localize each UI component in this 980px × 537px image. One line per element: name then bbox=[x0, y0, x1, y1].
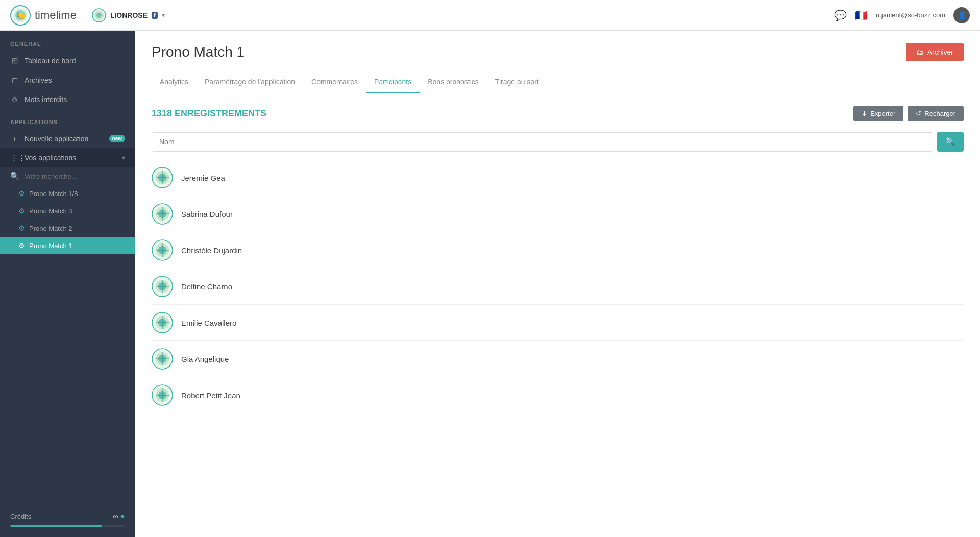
table-row: Jeremie Gea bbox=[152, 160, 964, 196]
tab-tirage-au-sort[interactable]: Tirage au sort bbox=[487, 71, 547, 93]
mots-icon: ☺ bbox=[10, 95, 19, 104]
tab-analytics[interactable]: Analytics bbox=[152, 71, 197, 93]
participant-name: Sabrina Dufour bbox=[181, 210, 233, 218]
tab-participants[interactable]: Participants bbox=[366, 71, 420, 93]
org-icon bbox=[92, 8, 106, 22]
search-icon: 🔍 bbox=[945, 137, 955, 146]
credits-bar bbox=[10, 525, 125, 527]
sidebar-item-mots-interdits[interactable]: ☺ Mots interdits bbox=[0, 90, 135, 109]
header-right: 💬 🇫🇷 u.jaulent@so-buzz.com 👤 bbox=[834, 7, 970, 23]
svg-point-6 bbox=[96, 13, 102, 18]
reload-button[interactable]: ↺ Recharger bbox=[908, 106, 964, 121]
app-label-prono-3: Prono Match 3 bbox=[29, 207, 72, 215]
org-selector[interactable]: LIONROSE f ▾ bbox=[92, 8, 165, 22]
sidebar-item-archives[interactable]: ◻ Archives bbox=[0, 70, 135, 90]
apps-grid-icon: ⋮⋮ bbox=[10, 153, 19, 162]
app-label-prono-1: Prono Match 1 bbox=[29, 242, 72, 250]
sidebar-app-prono-2[interactable]: ⚙ Prono Match 2 bbox=[0, 219, 135, 237]
sidebar-label-tableau: Tableau de bord bbox=[24, 57, 125, 65]
participant-name: Jeremie Gea bbox=[181, 174, 225, 182]
participant-name: Gia Angelique bbox=[181, 355, 229, 363]
infinity-symbol: ∞ bbox=[113, 512, 118, 520]
sidebar-app-prono-1-8[interactable]: ⚙ Prono Match 1/8 bbox=[0, 185, 135, 202]
svg-text:🍋: 🍋 bbox=[16, 11, 26, 20]
user-email: u.jaulent@so-buzz.com bbox=[876, 11, 945, 19]
tab-commentaires[interactable]: Commentaires bbox=[303, 71, 366, 93]
sidebar-search-item[interactable]: 🔍 bbox=[0, 167, 135, 185]
main-layout: GÉNÉRAL ⊞ Tableau de bord ◻ Archives ☺ M… bbox=[0, 31, 980, 537]
archive-button[interactable]: 🗂 Archiver bbox=[906, 43, 964, 61]
content-body: 1318 ENREGISTREMENTS ⬇ Exporter ↺ Rechar… bbox=[135, 93, 980, 537]
sidebar-search-input[interactable] bbox=[24, 173, 125, 180]
tab-parametrage[interactable]: Paramétrage de l'application bbox=[197, 71, 303, 93]
refresh-icon: ↺ bbox=[916, 110, 921, 117]
header: 🍋 timelime LIONROSE f ▾ 💬 🇫🇷 u.jaulent@s… bbox=[0, 0, 980, 31]
export-label: Exporter bbox=[870, 110, 895, 117]
gear-icon: ⚙ bbox=[18, 189, 25, 198]
participant-name: Robert Petit Jean bbox=[181, 391, 240, 400]
sidebar-label-mots: Mots interdits bbox=[24, 95, 125, 104]
language-flag[interactable]: 🇫🇷 bbox=[855, 9, 868, 21]
credits-section: Crédits ∞ ● bbox=[10, 511, 125, 521]
logo-icon: 🍋 bbox=[10, 5, 31, 26]
action-buttons: ⬇ Exporter ↺ Recharger bbox=[853, 106, 964, 121]
logo[interactable]: 🍋 timelime bbox=[10, 5, 77, 26]
participant-name: Delfine Charno bbox=[181, 282, 232, 291]
table-row: Christèle Dujardin bbox=[152, 232, 964, 268]
participant-avatar bbox=[152, 203, 173, 225]
count-number: 1318 bbox=[152, 108, 172, 118]
app-label-prono-2: Prono Match 2 bbox=[29, 225, 72, 232]
participant-avatar bbox=[152, 276, 173, 297]
general-section-label: GÉNÉRAL bbox=[0, 31, 135, 51]
archives-icon: ◻ bbox=[10, 76, 19, 85]
applications-section-label: APPLICATIONS bbox=[0, 109, 135, 129]
archive-btn-label: Archiver bbox=[927, 48, 953, 56]
org-name: LIONROSE bbox=[110, 11, 148, 19]
table-row: Robert Petit Jean bbox=[152, 377, 964, 413]
sidebar-item-vos-apps[interactable]: ⋮⋮ Vos applications ▾ bbox=[0, 148, 135, 167]
search-input[interactable] bbox=[152, 132, 933, 152]
user-avatar[interactable]: 👤 bbox=[953, 7, 970, 23]
search-row: 🔍 bbox=[152, 132, 964, 152]
tabs-bar: Analytics Paramétrage de l'application C… bbox=[135, 71, 980, 93]
gear-icon-4: ⚙ bbox=[18, 241, 25, 250]
sidebar-item-nouvelle-app[interactable]: + Nouvelle application new bbox=[0, 129, 135, 148]
sidebar-app-prono-1[interactable]: ⚙ Prono Match 1 bbox=[0, 237, 135, 254]
participant-name: Christèle Dujardin bbox=[181, 246, 242, 255]
search-button[interactable]: 🔍 bbox=[937, 132, 964, 152]
count-label: ENREGISTREMENTS bbox=[175, 108, 266, 118]
credits-bar-fill bbox=[10, 525, 102, 527]
new-badge: new bbox=[109, 135, 125, 142]
logo-text: timelime bbox=[35, 9, 77, 22]
dashboard-icon: ⊞ bbox=[10, 56, 19, 65]
facebook-icon: f bbox=[152, 12, 158, 19]
gear-icon-3: ⚙ bbox=[18, 224, 25, 232]
participant-name: Emilie Cavallero bbox=[181, 319, 236, 327]
sidebar: GÉNÉRAL ⊞ Tableau de bord ◻ Archives ☺ M… bbox=[0, 31, 135, 537]
participant-avatar bbox=[152, 312, 173, 333]
org-dropdown-arrow[interactable]: ▾ bbox=[162, 12, 165, 19]
participant-avatar bbox=[152, 384, 173, 406]
sidebar-item-tableau-de-bord[interactable]: ⊞ Tableau de bord bbox=[0, 51, 135, 70]
sidebar-app-prono-3[interactable]: ⚙ Prono Match 3 bbox=[0, 202, 135, 219]
table-row: Gia Angelique bbox=[152, 341, 964, 377]
chevron-down-icon: ▾ bbox=[122, 154, 125, 161]
sidebar-label-vos-apps: Vos applications bbox=[24, 154, 117, 162]
participant-avatar bbox=[152, 167, 173, 188]
participant-avatar bbox=[152, 239, 173, 261]
download-icon: ⬇ bbox=[862, 110, 867, 117]
content-area: Prono Match 1 🗂 Archiver Analytics Param… bbox=[135, 31, 980, 537]
credits-coin-icon: ● bbox=[120, 511, 125, 521]
credits-label-text: Crédits bbox=[10, 512, 31, 520]
chat-icon[interactable]: 💬 bbox=[834, 9, 847, 21]
search-icon: 🔍 bbox=[10, 172, 19, 181]
archive-icon: 🗂 bbox=[916, 48, 923, 56]
table-row: Sabrina Dufour bbox=[152, 196, 964, 232]
export-button[interactable]: ⬇ Exporter bbox=[853, 106, 903, 121]
participant-list: Jeremie Gea Sabrina Dufour bbox=[152, 160, 964, 413]
tab-bons-pronostics[interactable]: Bons pronostics bbox=[420, 71, 487, 93]
reload-label: Recharger bbox=[924, 110, 955, 117]
gear-icon-2: ⚙ bbox=[18, 207, 25, 215]
table-row: Delfine Charno bbox=[152, 268, 964, 305]
participant-avatar bbox=[152, 348, 173, 370]
